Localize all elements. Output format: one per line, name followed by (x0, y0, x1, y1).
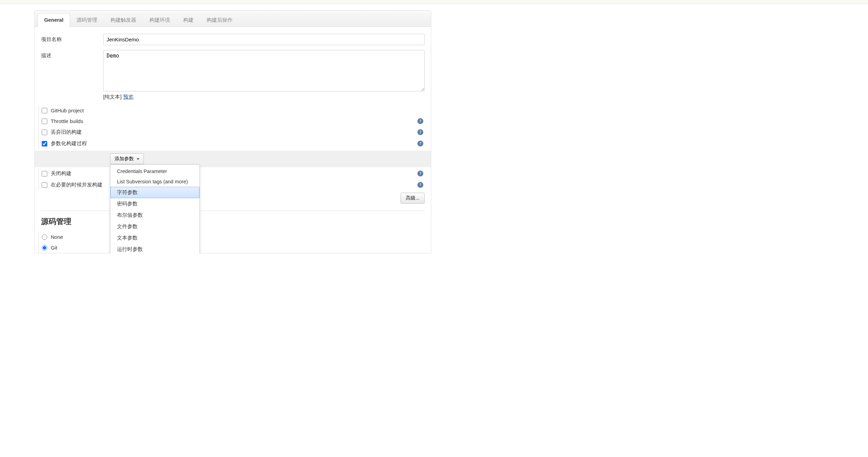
opt-row-3: 参数化构建过程? (42, 138, 425, 149)
advanced-row: 高级... (41, 191, 425, 209)
opt2-label-0: 关闭构建 (51, 170, 71, 177)
opt-row-1: Throttle builds? (42, 116, 425, 126)
row-project-name: 项目名称 (41, 34, 425, 45)
scm-radio-0[interactable] (42, 234, 47, 240)
scm-options: NoneGit (38, 232, 425, 253)
chevron-down-icon (137, 158, 139, 160)
opt-label-1: Throttle builds (51, 118, 83, 124)
description-textarea[interactable] (103, 50, 425, 91)
opt2-label-1: 在必要的时候并发构建 (51, 182, 102, 188)
project-name-input[interactable] (103, 34, 425, 45)
help-icon[interactable]: ? (417, 118, 423, 124)
advanced-button[interactable]: 高级... (401, 193, 425, 204)
param-option-7[interactable]: 运行时参数 (110, 244, 199, 253)
help-icon[interactable]: ? (417, 182, 423, 188)
param-option-2[interactable]: 字符参数 (110, 187, 199, 198)
project-name-label: 项目名称 (41, 34, 103, 43)
config-panel: General源码管理构建触发器构建环境构建构建后操作 项目名称 描述 [纯文本… (34, 10, 431, 253)
tab-2[interactable]: 构建触发器 (104, 13, 143, 27)
section-divider (41, 211, 425, 211)
description-label: 描述 (41, 50, 103, 59)
general-options: GitHub projectThrottle builds?丢弃旧的构建?参数化… (38, 105, 425, 149)
help-icon[interactable]: ? (417, 171, 423, 176)
plain-text-label: [纯文本] (103, 94, 121, 100)
add-parameter-label: 添加参数 (115, 156, 134, 162)
tab-4[interactable]: 构建 (177, 13, 200, 27)
opt-checkbox-3[interactable] (42, 141, 47, 146)
opt-row-2: 丢弃旧的构建? (42, 126, 425, 138)
param-option-4[interactable]: 布尔值参数 (110, 210, 199, 221)
help-icon[interactable]: ? (417, 129, 423, 135)
opt-label-2: 丢弃旧的构建 (51, 129, 82, 135)
scm-row-1: Git (42, 242, 425, 253)
row-description: 描述 [纯文本] 预览 (41, 50, 425, 100)
top-bar (0, 0, 868, 4)
scm-radio-1[interactable] (42, 245, 47, 251)
param-option-0[interactable]: Credentials Parameter (110, 166, 199, 176)
opt-label-3: 参数化构建过程 (51, 140, 87, 147)
tab-5[interactable]: 构建后操作 (200, 13, 239, 27)
tab-1[interactable]: 源码管理 (70, 13, 104, 27)
opt-checkbox-0[interactable] (42, 108, 47, 113)
scm-label-0: None (51, 234, 63, 240)
opt-checkbox-2[interactable] (42, 130, 47, 135)
general-options-after: 关闭构建?在必要的时候并发构建? (38, 168, 425, 191)
opt-label-0: GitHub project (51, 108, 84, 113)
tab-0[interactable]: General (38, 13, 70, 27)
tab-3[interactable]: 构建环境 (143, 13, 177, 27)
opt2-row-0: 关闭构建? (42, 168, 425, 179)
scm-section-header: 源码管理 (41, 215, 425, 232)
param-option-3[interactable]: 密码参数 (110, 198, 199, 210)
scm-row-0: None (42, 232, 425, 242)
description-hint: [纯文本] 预览 (103, 94, 425, 100)
add-parameter-menu: Credentials ParameterList Subversion tag… (110, 164, 200, 253)
help-icon[interactable]: ? (417, 141, 423, 146)
param-option-1[interactable]: List Subversion tags (and more) (110, 176, 199, 187)
scm-label-1: Git (51, 245, 57, 251)
opt-row-0: GitHub project (42, 105, 425, 116)
preview-link[interactable]: 预览 (123, 94, 134, 100)
opt-checkbox-1[interactable] (42, 119, 47, 124)
opt2-checkbox-1[interactable] (42, 182, 47, 188)
opt2-checkbox-0[interactable] (42, 171, 47, 176)
opt2-row-1: 在必要的时候并发构建? (42, 179, 425, 191)
add-parameter-button[interactable]: 添加参数 (110, 153, 144, 164)
tab-bar: General源码管理构建触发器构建环境构建构建后操作 (35, 11, 431, 27)
form-area: 项目名称 描述 [纯文本] 预览 GitHub projectThrottle … (35, 27, 431, 253)
param-option-6[interactable]: 文本参数 (110, 232, 199, 244)
param-option-5[interactable]: 文件参数 (110, 221, 199, 232)
add-parameter-row: 添加参数 Credentials ParameterList Subversio… (35, 151, 431, 167)
